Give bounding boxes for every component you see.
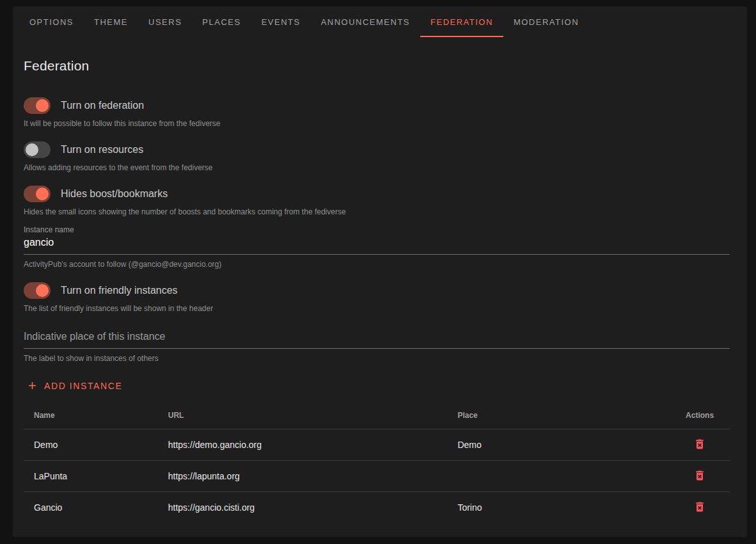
delete-forever-icon: [693, 438, 706, 451]
add-instance-button[interactable]: ADD INSTANCE: [24, 378, 125, 393]
instance-place-hint: The label to show in instances of others: [24, 354, 730, 363]
cell-instance-place: Torino: [447, 492, 670, 523]
cell-instance-url: https://lapunta.org: [158, 460, 448, 492]
instance-name-label: Instance name: [24, 225, 730, 234]
cell-instance-name: Gancio: [24, 492, 158, 523]
cell-instance-url: https://gancio.cisti.org: [158, 492, 448, 523]
hide-boosts-toggle[interactable]: [24, 186, 51, 202]
setting-hide-boosts: Hides boost/bookmarks Hides the small ic…: [24, 185, 730, 216]
table-header-row: Name URL Place Actions: [24, 402, 730, 429]
toggle-thumb-icon: [36, 284, 49, 297]
resources-toggle-hint: Allows adding resources to the event fro…: [24, 163, 730, 172]
setting-resources: Turn on resources Allows adding resource…: [24, 141, 730, 172]
instance-name-input[interactable]: [24, 234, 730, 255]
toggle-thumb-icon: [36, 188, 49, 200]
admin-panel-card: OPTIONS THEME USERS PLACES EVENTS ANNOUN…: [13, 6, 747, 537]
instance-place-field-group: The label to show in instances of others: [24, 328, 730, 363]
toggle-thumb-icon: [26, 143, 38, 156]
tab-options[interactable]: OPTIONS: [19, 6, 84, 37]
tab-moderation[interactable]: MODERATION: [503, 6, 589, 37]
resources-toggle[interactable]: [24, 141, 51, 158]
tab-federation[interactable]: FEDERATION: [420, 6, 503, 37]
friendly-instances-toggle-label: Turn on friendly instances: [61, 285, 178, 296]
delete-instance-button[interactable]: [692, 436, 707, 452]
tab-announcements[interactable]: ANNOUNCEMENTS: [311, 6, 420, 37]
column-header-place: Place: [447, 402, 670, 429]
delete-forever-icon: [693, 500, 706, 513]
friendly-instances-toggle[interactable]: [24, 282, 51, 299]
tab-events[interactable]: EVENTS: [251, 6, 311, 37]
federation-settings-panel: Federation Turn on federation It will be…: [13, 58, 747, 523]
cell-instance-place: Demo: [447, 429, 670, 460]
cell-instance-url: https://demo.gancio.org: [158, 429, 448, 460]
friendly-instances-table: Name URL Place Actions Demo https://demo…: [24, 402, 730, 523]
federation-toggle-label: Turn on federation: [61, 100, 144, 111]
column-header-actions: Actions: [670, 402, 730, 429]
add-instance-button-label: ADD INSTANCE: [44, 381, 122, 391]
friendly-instances-toggle-hint: The list of friendly instances will be s…: [24, 304, 730, 313]
table-row: Gancio https://gancio.cisti.org Torino: [24, 492, 730, 523]
delete-instance-button[interactable]: [692, 499, 707, 515]
instance-name-field-group: Instance name ActivityPub's account to f…: [24, 225, 730, 269]
cell-instance-name: Demo: [24, 429, 158, 460]
setting-federation: Turn on federation It will be possible t…: [24, 97, 730, 128]
tab-theme[interactable]: THEME: [84, 6, 138, 37]
tab-places[interactable]: PLACES: [192, 6, 251, 37]
hide-boosts-toggle-label: Hides boost/bookmarks: [61, 188, 168, 200]
instance-name-hint: ActivityPub's account to follow (@gancio…: [24, 260, 730, 269]
plus-icon: [26, 380, 38, 392]
delete-instance-button[interactable]: [692, 468, 707, 483]
federation-toggle-hint: It will be possible to follow this insta…: [24, 119, 730, 128]
page-title: Federation: [24, 58, 730, 74]
column-header-name: Name: [24, 402, 158, 429]
hide-boosts-toggle-hint: Hides the small icons showing the number…: [24, 207, 730, 216]
instance-place-input[interactable]: [24, 328, 730, 349]
federation-toggle[interactable]: [24, 97, 51, 114]
delete-forever-icon: [693, 469, 706, 482]
table-row: LaPunta https://lapunta.org: [24, 460, 730, 492]
column-header-url: URL: [158, 402, 448, 429]
cell-instance-name: LaPunta: [24, 460, 158, 492]
setting-friendly-instances: Turn on friendly instances The list of f…: [24, 282, 730, 313]
admin-tab-bar: OPTIONS THEME USERS PLACES EVENTS ANNOUN…: [13, 6, 747, 37]
toggle-thumb-icon: [36, 99, 49, 112]
resources-toggle-label: Turn on resources: [61, 144, 143, 156]
cell-instance-place: [447, 460, 670, 492]
table-row: Demo https://demo.gancio.org Demo: [24, 429, 730, 460]
tab-users[interactable]: USERS: [138, 6, 192, 37]
